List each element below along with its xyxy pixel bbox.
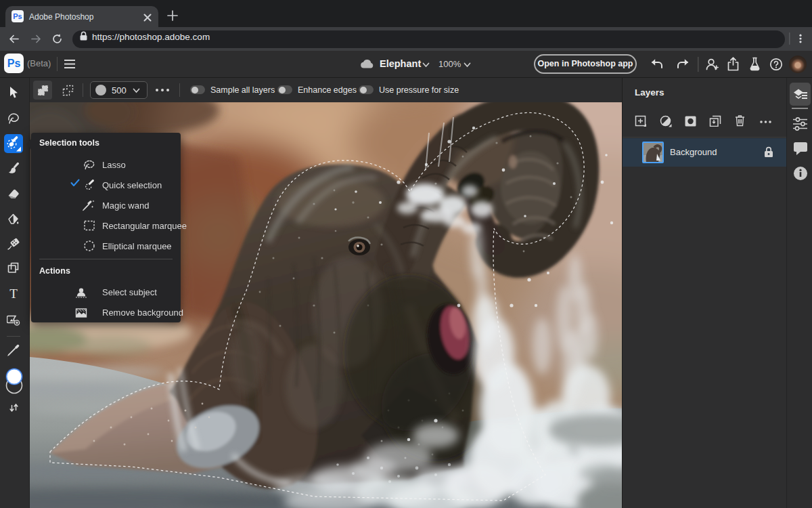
svg-text:T: T: [9, 287, 18, 301]
